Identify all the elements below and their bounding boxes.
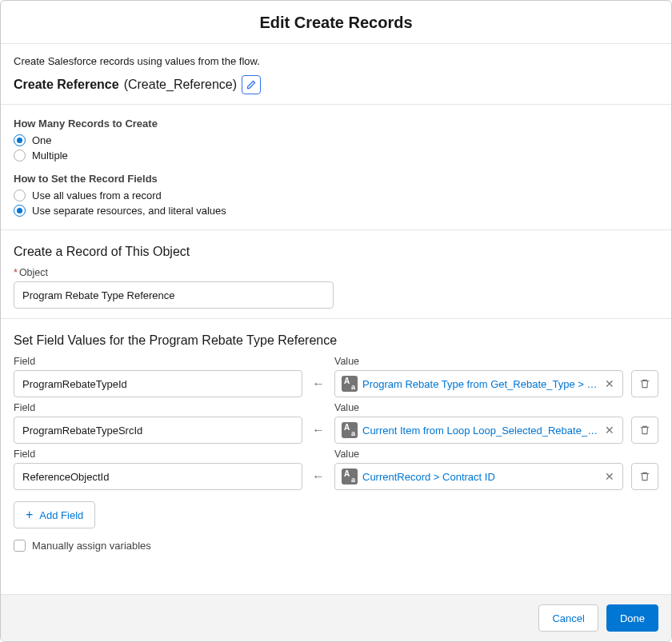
trash-icon <box>639 378 650 389</box>
add-field-label: Add Field <box>39 509 83 521</box>
how-set-legend: How to Set the Record Fields <box>14 173 658 185</box>
radio-use-all-values[interactable]: Use all values from a record <box>14 189 658 201</box>
value-header: Value <box>334 402 623 413</box>
field-map-row: Field ← Value CurrentRecord > Contract I… <box>14 449 658 490</box>
delete-row-button[interactable] <box>631 370 658 397</box>
field-header: Field <box>14 449 302 460</box>
radio-input <box>14 189 26 201</box>
value-input[interactable]: Program Rebate Type from Get_Rebate_Type… <box>334 370 623 397</box>
radio-label: Multiple <box>32 150 68 161</box>
clear-value-icon[interactable]: ✕ <box>603 470 616 483</box>
how-many-legend: How Many Records to Create <box>14 118 658 130</box>
modal-header: Edit Create Records <box>1 1 671 44</box>
element-api-name: (Create_Reference) <box>124 78 237 92</box>
manual-assign-checkbox[interactable]: Manually assign variables <box>14 540 658 552</box>
object-field-label: Object <box>14 267 334 278</box>
value-pill-text: Current Item from Loop Loop_Selected_Reb… <box>362 425 598 437</box>
checkbox-input <box>14 540 26 552</box>
arrow-left-icon: ← <box>310 417 326 444</box>
delete-row-button[interactable] <box>631 463 658 490</box>
add-field-button[interactable]: + Add Field <box>14 501 95 528</box>
field-name-input[interactable] <box>14 370 302 397</box>
modal-body: Create Salesforce records using values f… <box>1 44 671 594</box>
field-map-row: Field ← Value Current Item from Loop Loo… <box>14 402 658 444</box>
text-resource-icon <box>342 422 358 438</box>
field-map-section: Set Field Values for the Program Rebate … <box>1 319 671 561</box>
edit-create-records-modal: Edit Create Records Create Salesforce re… <box>0 0 672 642</box>
radio-one[interactable]: One <box>14 134 658 146</box>
text-resource-icon <box>342 469 358 484</box>
radio-input <box>14 205 26 217</box>
arrow-left-icon: ← <box>310 463 326 490</box>
field-name-input[interactable] <box>14 417 302 444</box>
radio-label: One <box>32 134 52 146</box>
value-input[interactable]: CurrentRecord > Contract ID ✕ <box>334 463 623 490</box>
modal-footer: Cancel Done <box>1 594 671 641</box>
text-resource-icon <box>342 376 358 392</box>
value-input[interactable]: Current Item from Loop Loop_Selected_Reb… <box>334 417 623 444</box>
element-label: Create Reference <box>14 78 119 92</box>
radio-multiple[interactable]: Multiple <box>14 150 658 161</box>
radio-input <box>14 150 26 161</box>
manual-assign-label: Manually assign variables <box>32 540 151 552</box>
value-pill-text: CurrentRecord > Contract ID <box>362 471 598 483</box>
value-header: Value <box>334 449 623 460</box>
clear-value-icon[interactable]: ✕ <box>603 377 616 390</box>
plus-icon: + <box>26 508 33 521</box>
clear-value-icon[interactable]: ✕ <box>603 424 616 437</box>
modal-title: Edit Create Records <box>1 14 671 32</box>
radio-input <box>14 134 26 146</box>
intro-description: Create Salesforce records using values f… <box>14 55 658 67</box>
field-header: Field <box>14 356 302 367</box>
trash-icon <box>639 425 650 436</box>
field-map-title: Set Field Values for the Program Rebate … <box>14 333 658 348</box>
arrow-left-icon: ← <box>310 370 326 397</box>
field-name-input[interactable] <box>14 463 302 490</box>
edit-name-button[interactable] <box>242 75 261 94</box>
radio-label: Use separate resources, and literal valu… <box>32 205 226 217</box>
field-map-row: Field ← Value Program Rebate Type from G… <box>14 356 658 397</box>
done-button[interactable]: Done <box>606 604 658 632</box>
value-header: Value <box>334 356 623 367</box>
value-pill-text: Program Rebate Type from Get_Rebate_Type… <box>362 378 598 390</box>
radio-use-separate[interactable]: Use separate resources, and literal valu… <box>14 205 658 217</box>
element-name-row: Create Reference (Create_Reference) <box>14 75 658 94</box>
trash-icon <box>639 471 650 482</box>
object-section: Create a Record of This Object Object <box>1 230 671 318</box>
object-section-title: Create a Record of This Object <box>14 245 658 259</box>
radio-label: Use all values from a record <box>32 189 162 201</box>
delete-row-button[interactable] <box>631 417 658 444</box>
object-input[interactable] <box>14 281 334 309</box>
field-header: Field <box>14 402 302 413</box>
config-section: How Many Records to Create One Multiple … <box>1 105 671 229</box>
intro-section: Create Salesforce records using values f… <box>1 44 671 104</box>
pencil-icon <box>246 80 256 90</box>
cancel-button[interactable]: Cancel <box>538 604 598 632</box>
